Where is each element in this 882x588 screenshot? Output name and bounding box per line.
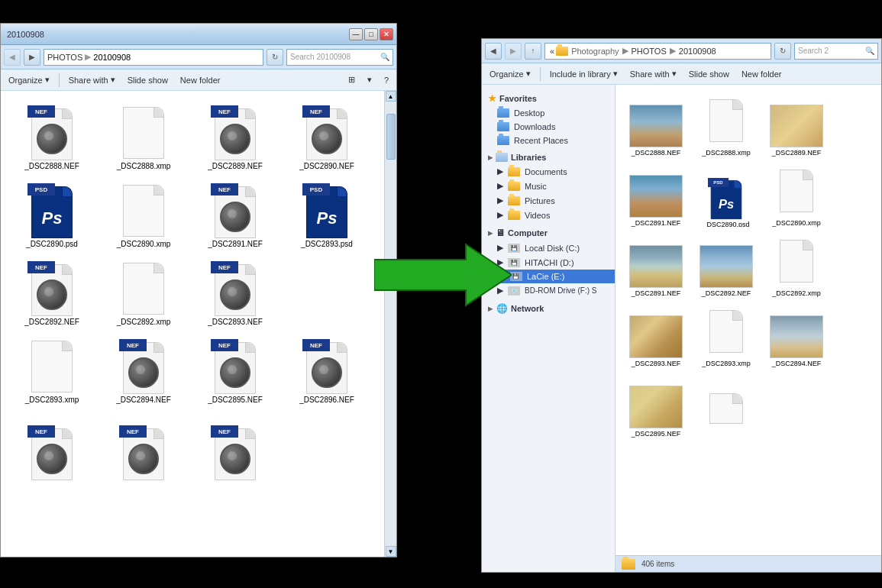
left-search-box[interactable]: Search 20100908 🔍: [286, 49, 393, 66]
file-label-dsc2894-nef: _DSC2894.NEF: [102, 396, 186, 404]
left-search-placeholder: Search 20100908: [290, 53, 351, 61]
file-item-dsc2895-nef[interactable]: NEF _DSC2895.NEF: [190, 331, 280, 407]
favorites-star-icon: ★: [488, 93, 496, 104]
xmp-icon-dsc2893: [24, 339, 79, 394]
left-scroll-up[interactable]: ▲: [386, 91, 396, 102]
right-file-dsc2893-nef[interactable]: _DSC2893.NEF: [622, 302, 690, 370]
nef-icon-extra1: NEF: [24, 425, 79, 480]
sidebar-hitachi-label: HITACHI (D:): [525, 258, 574, 267]
left-newfolder-button[interactable]: New folder: [177, 74, 224, 86]
right-file-dsc2892-nef[interactable]: _DSC2892.NEF: [692, 231, 761, 300]
file-item-dsc2889-nef[interactable]: NEF _DSC2889.NEF: [190, 97, 280, 173]
left-view-button[interactable]: ⊞: [345, 73, 358, 86]
right-organize-button[interactable]: Organize ▾: [486, 67, 534, 80]
left-maximize-button[interactable]: □: [364, 28, 378, 40]
right-file-dsc2888-xmp[interactable]: _DSC2888.xmp: [692, 91, 761, 160]
nef-icon-dsc2895: NEF: [208, 339, 263, 394]
file-label-dsc2890-psd: _DSC2890.psd: [10, 240, 94, 248]
right-file-dsc2893-xmp[interactable]: _DSC2893.xmp: [692, 302, 761, 370]
left-path-field[interactable]: PHOTOS ▶ 20100908: [44, 49, 263, 66]
right-slideshow-button[interactable]: Slide show: [686, 68, 732, 80]
right-file-dsc2892-xmp[interactable]: _DSC2892.xmp: [762, 231, 831, 300]
file-item-extra2[interactable]: NEF: [99, 409, 189, 485]
right-file-dsc2889-nef[interactable]: _DSC2889.NEF: [762, 91, 831, 160]
right-label-dsc2890-xmp: _DSC2890.xmp: [754, 219, 838, 227]
sidebar-item-recent-places[interactable]: Recent Places: [482, 134, 615, 147]
left-scroll-thumb[interactable]: [386, 114, 396, 160]
right-back-button[interactable]: ◀: [485, 43, 502, 60]
file-item-dsc2894-nef[interactable]: NEF _DSC2894.NEF: [99, 331, 189, 407]
sidebar-item-documents[interactable]: ▶ Documents: [482, 164, 615, 179]
sidebar-item-downloads[interactable]: Downloads: [482, 120, 615, 134]
right-include-library-button[interactable]: Include in library ▾: [547, 67, 621, 80]
left-files-grid: NEF _DSC2888.NEF _DSC2888.xmp NEF: [1, 91, 384, 557]
left-scroll-down[interactable]: ▼: [386, 546, 396, 557]
right-label-dsc2894-nef: _DSC2894.NEF: [754, 360, 838, 367]
right-toolbar: Organize ▾ Include in library ▾ Share wi…: [482, 63, 881, 85]
file-item-dsc2896-nef[interactable]: NEF _DSC2896.NEF: [282, 331, 372, 407]
file-item-extra1[interactable]: NEF: [7, 409, 97, 485]
file-item-dsc2893-psd-right[interactable]: PSD Ps _DSC2893.psd: [282, 175, 372, 251]
left-share-button[interactable]: Share with ▾: [66, 73, 118, 86]
downloads-folder-icon: [497, 122, 509, 131]
right-file-dsc2891-nef2[interactable]: _DSC2891.NEF: [622, 231, 690, 300]
file-item-dsc2890-nef[interactable]: NEF _DSC2890.NEF: [282, 97, 372, 173]
file-item-extra3[interactable]: NEF: [190, 409, 280, 485]
sidebar-network-label: Network: [511, 304, 544, 313]
right-file-partial-last[interactable]: [692, 372, 761, 441]
right-refresh-button[interactable]: ↻: [774, 43, 791, 60]
sidebar-item-videos[interactable]: ▶ Videos: [482, 208, 615, 222]
left-slideshow-button[interactable]: Slide show: [124, 74, 171, 86]
file-item-dsc2893-xmp[interactable]: _DSC2893.xmp: [7, 331, 97, 407]
nef-icon-extra3: NEF: [208, 425, 263, 480]
sidebar-item-music[interactable]: ▶ Music: [482, 179, 615, 193]
sidebar-item-desktop[interactable]: Desktop: [482, 106, 615, 120]
sidebar-pictures-label: Pictures: [525, 196, 555, 205]
file-label-dsc2890-nef: _DSC2890.NEF: [285, 162, 369, 170]
right-status-bar: 406 items: [615, 555, 881, 572]
right-file-dsc2889-partial[interactable]: _DSC2891.NEF: [622, 161, 690, 230]
sidebar-libraries-label: Libraries: [511, 153, 546, 162]
file-item-dsc2893-nef[interactable]: NEF _DSC2893.NEF: [190, 253, 280, 329]
right-newfolder-button[interactable]: New folder: [738, 68, 785, 80]
right-path-field[interactable]: « Photography ▶ PHOTOS ▶ 20100908: [544, 43, 771, 60]
right-share-button[interactable]: Share with ▾: [627, 67, 680, 80]
left-forward-button[interactable]: ▶: [24, 49, 40, 66]
left-refresh-button[interactable]: ↻: [267, 49, 283, 66]
right-thumb-dsc2891: [629, 245, 683, 288]
file-item-dsc2888-xmp[interactable]: _DSC2888.xmp: [99, 97, 189, 173]
left-close-button[interactable]: ✕: [380, 28, 393, 40]
right-files-grid: _DSC2888.NEF _DSC2888.xmp _DSC2889.NEF: [615, 85, 881, 555]
right-files-area: _DSC2888.NEF _DSC2888.xmp _DSC2889.NEF: [615, 85, 881, 572]
file-item-dsc2892-nef[interactable]: NEF _DSC2892.NEF: [7, 253, 97, 329]
right-label-dsc2892-xmp: _DSC2892.xmp: [754, 289, 838, 297]
right-file-dsc2894-nef[interactable]: _DSC2894.NEF: [762, 302, 831, 370]
sidebar-libraries-header[interactable]: ▶ Libraries: [482, 150, 615, 164]
left-organize-button[interactable]: Organize ▾: [5, 73, 53, 86]
right-search-box[interactable]: Search 2 🔍: [794, 43, 878, 60]
left-scrollbar[interactable]: ▲ ▼: [384, 91, 396, 557]
pictures-folder-icon: [508, 196, 520, 205]
left-minimize-button[interactable]: —: [349, 28, 363, 40]
file-item-dsc2888-nef[interactable]: NEF _DSC2888.NEF: [7, 97, 97, 173]
right-file-dsc2890-xmp[interactable]: _DSC2890.xmp: [762, 161, 831, 230]
svg-marker-0: [374, 244, 512, 305]
sidebar-favorites-header[interactable]: ★ Favorites: [482, 91, 615, 106]
left-help-button[interactable]: ?: [381, 74, 392, 86]
right-file-dsc2888-nef[interactable]: _DSC2888.NEF: [622, 91, 690, 160]
file-item-dsc2891-nef[interactable]: NEF _DSC2891.NEF: [190, 175, 280, 251]
file-item-dsc2890-psd[interactable]: PSD Ps _DSC2890.psd: [7, 175, 97, 251]
file-label-dsc2892-xmp: _DSC2892.xmp: [102, 318, 186, 326]
right-up-button[interactable]: ↑: [525, 43, 541, 60]
right-thumb-dsc2894: [770, 315, 823, 358]
right-forward-button[interactable]: ▶: [505, 43, 522, 60]
left-back-button[interactable]: ◀: [4, 49, 21, 66]
left-view2-button[interactable]: ▾: [364, 73, 375, 86]
nef-icon-dsc2892: NEF: [24, 261, 79, 316]
file-item-dsc2890-xmp[interactable]: _DSC2890.xmp: [99, 175, 189, 251]
xmp-icon-dsc2892: [116, 261, 171, 316]
file-item-dsc2892-xmp[interactable]: _DSC2892.xmp: [99, 253, 189, 329]
right-file-dsc2890-psd[interactable]: PSD Ps _DSC2890.psd: [692, 161, 761, 230]
right-file-dsc2895-nef[interactable]: _DSC2895.NEF: [622, 372, 690, 441]
sidebar-item-pictures[interactable]: ▶ Pictures: [482, 193, 615, 208]
